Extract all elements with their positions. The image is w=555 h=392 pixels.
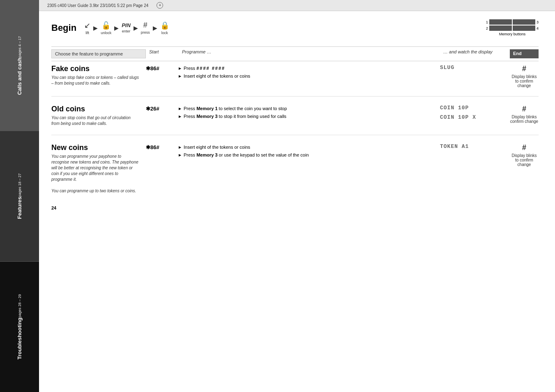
lock-label: lock bbox=[161, 31, 168, 35]
memory-grid: 1 3 2 4 bbox=[486, 19, 539, 31]
pin-icon: PIN bbox=[122, 22, 131, 28]
mem-row-1: 1 bbox=[486, 19, 512, 25]
fake-coins-step-2: Insert eight of the tokens or coins bbox=[179, 72, 432, 80]
sidebar-tab-troubleshooting[interactable]: Troubleshooting pages 28 – 29 bbox=[0, 261, 39, 392]
hash-press-icon: # bbox=[143, 21, 147, 30]
memory-bold: Memory 1 bbox=[196, 106, 217, 111]
old-coins-end-text: Display blinks confirm change bbox=[510, 115, 538, 124]
arrow-2: ▶ bbox=[114, 25, 119, 31]
new-coins-step-1: Insert eight of the tokens or coins bbox=[179, 143, 432, 151]
mem-btn-1 bbox=[489, 19, 512, 25]
fake-coins-title: Fake coins bbox=[51, 65, 140, 73]
arrow-4: ▶ bbox=[153, 25, 157, 31]
unlock-label: unlock bbox=[101, 31, 111, 35]
old-coins-display: COIN 10P COIN 10P X bbox=[440, 105, 510, 127]
sidebar-tab-calls-cash-label: Calls and cash bbox=[16, 58, 23, 95]
lift-label: lift bbox=[85, 31, 89, 35]
fake-coins-end-text: Display blinks to confirm change bbox=[511, 74, 537, 88]
new-coins-step-2: Press Memory 3 or use the keypad to set … bbox=[179, 151, 432, 159]
old-coins-display-line2: COIN 10P X bbox=[440, 114, 506, 120]
old-coins-title: Old coins bbox=[51, 105, 140, 113]
doc-header: 2305 c400 User Guide 3.9br 23/10/01 5:22… bbox=[39, 0, 555, 11]
sidebar-tab-troubleshooting-label: Troubleshooting bbox=[16, 318, 23, 360]
fake-coins-code: ✱86# bbox=[146, 65, 179, 88]
new-coins-end-symbol: # bbox=[510, 143, 539, 152]
step-lift: ↙ lift bbox=[84, 21, 90, 35]
new-coins-steps: Insert eight of the tokens or coins Pres… bbox=[179, 143, 440, 194]
hash-sequence: #### #### bbox=[196, 66, 225, 71]
lock-icon: 🔒 bbox=[160, 21, 169, 30]
lift-icon: ↙ bbox=[84, 21, 90, 30]
pin-label: enter bbox=[122, 29, 131, 33]
mem-row-3: 3 bbox=[513, 19, 539, 25]
col-start: Start bbox=[146, 49, 179, 58]
doc-header-text: 2305 c400 User Guide 3.9br 23/10/01 5:22… bbox=[47, 3, 148, 8]
memory3-new-bold: Memory 3 bbox=[196, 152, 217, 157]
new-coins-display-token: TOKEN A1 bbox=[440, 143, 506, 150]
content-area: Begin ↙ lift ▶ 🔓 unlock ▶ PIN enter ▶ # bbox=[39, 11, 555, 219]
memory-buttons-label: Memory buttons bbox=[486, 32, 539, 36]
new-coins-title: New coins bbox=[51, 143, 140, 152]
old-coins-step-1: Press Memory 1 to select the coin you wa… bbox=[179, 105, 432, 113]
old-coins-step-2: Press Memory 3 to stop it from being use… bbox=[179, 113, 432, 120]
mem-btn-3 bbox=[513, 19, 535, 25]
sidebar-tab-features[interactable]: Features pages 18 – 27 bbox=[0, 131, 39, 261]
reg-mark-icon: + bbox=[157, 2, 163, 9]
fake-coins-end: # Display blinks to confirm change bbox=[510, 65, 539, 88]
mem-btn-2 bbox=[489, 25, 512, 31]
new-coins-display: TOKEN A1 bbox=[440, 143, 510, 194]
press-label: press bbox=[141, 30, 150, 35]
mem-row-2: 2 bbox=[486, 25, 512, 31]
memory-buttons: 1 3 2 4 Memory but bbox=[486, 19, 539, 36]
old-coins-name-col: Old coins You can stop coins that go out… bbox=[51, 105, 146, 127]
new-coins-desc: You can programme your payphone to recog… bbox=[51, 154, 140, 194]
fake-coins-name-col: Fake coins You can stop fake coins or to… bbox=[51, 65, 146, 88]
sidebar-tab-features-pages: pages 18 – 27 bbox=[18, 173, 22, 197]
main-content: 2305 c400 User Guide 3.9br 23/10/01 5:22… bbox=[39, 0, 555, 392]
new-coins-end: # Display blinks to confirm change bbox=[510, 143, 539, 194]
sidebar-tab-features-label: Features bbox=[16, 197, 23, 219]
old-coins-end: # Display blinks confirm change bbox=[510, 105, 539, 127]
unlock-icon: 🔓 bbox=[101, 21, 111, 30]
old-coins-end-symbol: # bbox=[510, 105, 539, 113]
mem-num-3: 3 bbox=[537, 20, 539, 24]
column-headers: Choose the feature to programme Start Pr… bbox=[51, 46, 539, 61]
fake-coins-display-slug: SLUG bbox=[440, 65, 506, 71]
step-press: # press bbox=[141, 21, 150, 35]
old-coins-code: ✱26# bbox=[146, 105, 179, 127]
fake-coins-steps: Press #### #### Insert eight of the toke… bbox=[179, 65, 440, 88]
old-coins-desc: You can stop coins that go out of circul… bbox=[51, 115, 140, 127]
col-feature: Choose the feature to programme bbox=[51, 49, 146, 58]
page-number: 24 bbox=[51, 205, 56, 210]
fake-coins-step-1: Press #### #### bbox=[179, 65, 432, 72]
crosshair-header: + bbox=[157, 2, 163, 9]
arrow-3: ▶ bbox=[134, 25, 138, 31]
feature-fake-coins: Fake coins You can stop fake coins or to… bbox=[51, 65, 539, 97]
fake-coins-desc: You can stop fake coins or tokens – call… bbox=[51, 75, 140, 86]
new-coins-name-col: New coins You can programme your payphon… bbox=[51, 143, 146, 194]
step-pin: PIN enter bbox=[122, 22, 131, 33]
fake-coins-display: SLUG bbox=[440, 65, 510, 88]
feature-new-coins: New coins You can programme your payphon… bbox=[51, 143, 539, 202]
begin-label: Begin bbox=[51, 23, 76, 33]
feature-old-coins: Old coins You can stop coins that go out… bbox=[51, 105, 539, 135]
sidebar-tab-troubleshooting-pages: pages 28 – 29 bbox=[18, 294, 22, 318]
sidebar-tab-calls-cash[interactable]: Calls and cash pages 4 – 17 bbox=[0, 0, 39, 131]
mem-num-1: 1 bbox=[486, 20, 488, 24]
mem-btn-4 bbox=[513, 25, 535, 31]
sidebar: Calls and cash pages 4 – 17 Features pag… bbox=[0, 0, 39, 392]
old-coins-display-line1: COIN 10P bbox=[440, 105, 506, 111]
new-coins-end-text: Display blinks to confirm change bbox=[511, 153, 537, 167]
sidebar-tab-calls-cash-pages: pages 4 – 17 bbox=[18, 36, 22, 58]
memory3-bold: Memory 3 bbox=[196, 114, 217, 119]
mem-num-2: 2 bbox=[486, 26, 488, 30]
step-unlock: 🔓 unlock bbox=[101, 21, 111, 35]
col-end: End bbox=[510, 49, 539, 58]
mem-num-4: 4 bbox=[537, 26, 539, 30]
mem-row-4: 4 bbox=[513, 25, 539, 31]
col-programme: Programme … bbox=[179, 49, 440, 58]
arrow-1: ▶ bbox=[93, 25, 98, 31]
fake-coins-end-symbol: # bbox=[510, 65, 539, 73]
old-coins-steps: Press Memory 1 to select the coin you wa… bbox=[179, 105, 440, 127]
step-lock: 🔒 lock bbox=[160, 21, 169, 35]
